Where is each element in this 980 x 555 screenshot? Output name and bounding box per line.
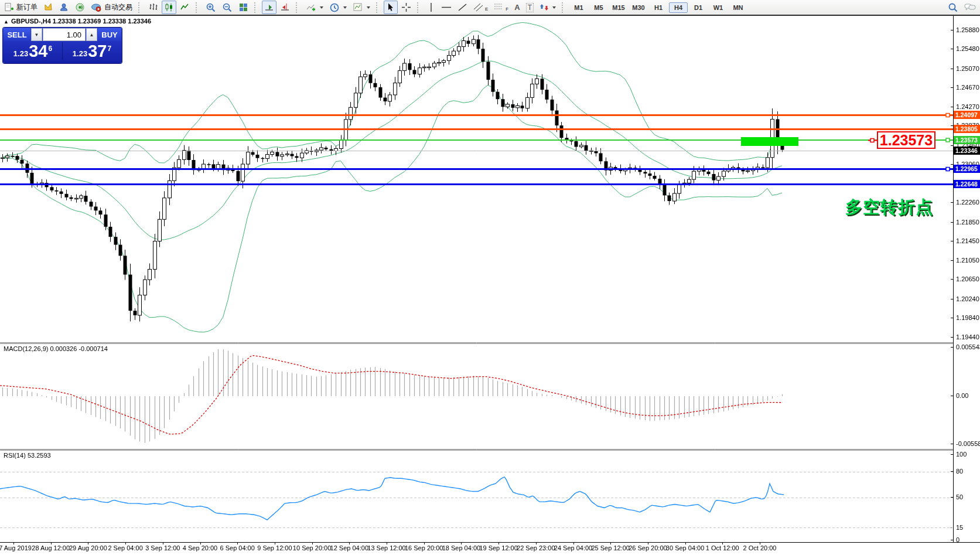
timeframe-button-M5[interactable]: M5: [589, 2, 608, 13]
timeframe-button-M30[interactable]: M30: [629, 2, 648, 13]
chart-window-button[interactable]: [41, 1, 56, 14]
sell-button[interactable]: SELL: [4, 28, 30, 41]
candlestick-chart-button[interactable]: [162, 1, 176, 14]
price-callout-box[interactable]: 1.23573: [877, 131, 935, 149]
indicators-dropdown-caret[interactable]: [320, 6, 323, 9]
indicator-axis-label: -0.005583: [956, 440, 980, 447]
bar-chart-button[interactable]: [146, 1, 161, 14]
auto-scroll-button[interactable]: [262, 1, 276, 14]
channel-icon: [473, 2, 484, 12]
time-label: 25 Sep 12:00: [591, 544, 629, 551]
autotrading-button[interactable]: 自动交易: [88, 1, 135, 14]
toolbar: 新订单 自动交易: [0, 0, 980, 16]
fibonacci-icon: [494, 2, 505, 12]
indicators-button[interactable]: [303, 1, 326, 14]
timeframe-button-M1[interactable]: M1: [569, 2, 588, 13]
toolbar-grip: [376, 2, 380, 13]
timeframe-button-M15[interactable]: M15: [609, 2, 628, 13]
sell-price-sup: 6: [48, 45, 52, 53]
price-badge-1.22648: 1.22648: [954, 180, 980, 188]
bar-chart-icon: [148, 2, 158, 12]
indicator-axis-label: 50: [956, 493, 963, 500]
search-button[interactable]: [945, 1, 961, 14]
tile-windows-button[interactable]: [236, 1, 251, 14]
templates-icon: [353, 2, 363, 12]
cursor-button[interactable]: [384, 1, 398, 14]
price-tick: 1.24670: [956, 84, 979, 91]
volume-decrease-button[interactable]: ▼: [31, 28, 42, 41]
toolbar-grip: [417, 2, 421, 13]
channel-tool-button[interactable]: E: [471, 1, 490, 14]
arrows-tool-button[interactable]: [537, 1, 558, 14]
time-label: 24 Sep 04:00: [554, 544, 592, 551]
vertical-line-tool-button[interactable]: [425, 1, 438, 14]
chart-shift-button[interactable]: [278, 1, 292, 14]
volume-increase-button[interactable]: ▲: [86, 28, 97, 41]
arrows-dropdown-caret[interactable]: [552, 6, 556, 9]
zoom-out-button[interactable]: [220, 1, 235, 14]
symbol-bar: ▲GBPUSD-,H4 1.23338 1.23369 1.23338 1.23…: [4, 18, 151, 25]
text-label-tool-button[interactable]: T: [524, 1, 536, 14]
buy-price-sup: 7: [107, 45, 111, 53]
templates-dropdown-caret[interactable]: [367, 6, 370, 9]
time-label: 1 Oct 12:00: [706, 544, 739, 551]
signals-button[interactable]: [73, 1, 87, 14]
periods-dropdown-caret[interactable]: [343, 6, 347, 9]
profile-icon: [59, 2, 69, 12]
price-tick: 1.19440: [956, 333, 979, 341]
new-order-label: 新订单: [16, 2, 37, 12]
fibonacci-glyph: F: [506, 6, 508, 12]
line-chart-button[interactable]: [177, 1, 192, 14]
time-label: 2 Oct 20:00: [743, 544, 777, 551]
text-tool-button[interactable]: A: [512, 1, 522, 14]
timeframe-button-W1[interactable]: W1: [709, 2, 728, 13]
time-label: 16 Sep 20:00: [405, 544, 443, 551]
price-badge-1.22965: 1.22965: [954, 165, 980, 173]
line-chart-icon: [180, 2, 190, 12]
buy-button[interactable]: BUY: [98, 28, 121, 41]
indicator-axis-label: 100: [956, 451, 967, 458]
toolbar-grip: [296, 2, 300, 13]
toolbar-grip: [196, 2, 200, 13]
price-tick: 1.25880: [956, 26, 979, 33]
timeframe-button-H4[interactable]: H4: [669, 2, 688, 13]
volume-input[interactable]: 1.00: [43, 28, 86, 41]
collapse-panel-icon[interactable]: ▲: [4, 19, 9, 25]
price-tick: 1.25480: [956, 45, 979, 52]
time-label: 29 Aug 20:00: [69, 544, 107, 551]
chat-button[interactable]: [962, 1, 978, 14]
crosshair-icon: [401, 2, 411, 12]
periods-button[interactable]: [327, 1, 349, 14]
market-watch-button[interactable]: [57, 1, 71, 14]
zoom-in-button[interactable]: [203, 1, 218, 14]
vertical-line-icon: [427, 2, 435, 12]
price-tick: 1.21050: [956, 257, 979, 264]
channel-glyph: E: [485, 6, 488, 12]
timeframe-button-MN[interactable]: MN: [729, 2, 747, 13]
templates-button[interactable]: [350, 1, 373, 14]
time-label: 13 Sep 12:00: [367, 544, 405, 551]
time-label: 12 Sep 04:00: [330, 544, 368, 551]
candlestick-chart-icon: [164, 2, 174, 12]
timeframe-button-D1[interactable]: D1: [689, 2, 708, 13]
chart-canvas[interactable]: [0, 0, 980, 555]
trendline-tool-button[interactable]: [455, 1, 470, 14]
horizontal-line-tool-button[interactable]: [439, 1, 454, 14]
price-badge-1.23805: 1.23805: [954, 125, 980, 133]
signals-icon: [75, 2, 85, 12]
arrows-icon: [539, 2, 549, 12]
buy-price[interactable]: 1.23 37 7: [63, 41, 121, 61]
new-order-button[interactable]: 新订单: [2, 1, 40, 14]
sell-price[interactable]: 1.23 34 6: [4, 41, 62, 61]
fibonacci-tool-button[interactable]: F: [491, 1, 511, 14]
time-label: 26 Sep 20:00: [629, 544, 667, 551]
timeframe-button-H1[interactable]: H1: [649, 2, 668, 13]
crosshair-button[interactable]: [399, 1, 414, 14]
indicators-icon: [306, 2, 316, 12]
price-tick: 1.25070: [956, 65, 979, 72]
price-badge-1.23573: 1.23573: [954, 136, 980, 144]
cn-note-text[interactable]: 多空转折点: [845, 196, 933, 219]
price-badge-1.23346: 1.23346: [954, 147, 980, 155]
time-label: 30 Sep 04:00: [666, 544, 704, 551]
chat-icon: [964, 2, 976, 12]
